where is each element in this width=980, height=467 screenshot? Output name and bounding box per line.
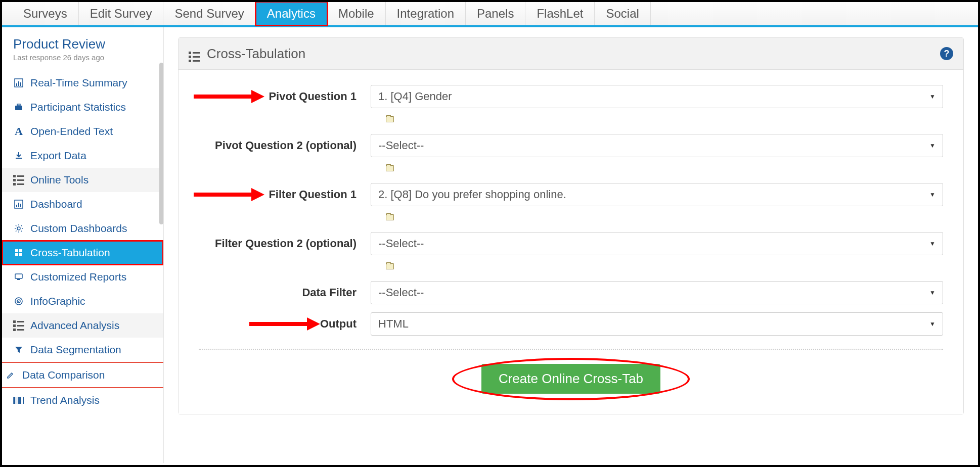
survey-title[interactable]: Product Review bbox=[2, 36, 163, 53]
tab-mobile[interactable]: Mobile bbox=[327, 2, 386, 25]
svg-rect-37 bbox=[23, 397, 24, 404]
select-data-filter[interactable]: --Select-- ▼ bbox=[371, 281, 943, 304]
select-filter-q2[interactable]: --Select-- ▼ bbox=[371, 232, 943, 255]
label-pivot-q2: Pivot Question 2 (optional) bbox=[199, 139, 371, 152]
sidebar-item-cross-tabulation[interactable]: Cross-Tabulation bbox=[2, 241, 163, 265]
cross-tab-panel: Cross-Tabulation ? Pivot Question 1 1. [… bbox=[178, 37, 964, 414]
panel-title: Cross-Tabulation bbox=[207, 46, 305, 62]
tab-send-survey[interactable]: Send Survey bbox=[163, 2, 255, 25]
chart-bar-icon bbox=[13, 199, 24, 210]
sidebar-item-label: Advanced Analysis bbox=[30, 319, 119, 332]
gear-icon bbox=[13, 223, 24, 234]
sidebar-item-label: Participant Statistics bbox=[30, 101, 126, 113]
select-pivot-q2[interactable]: --Select-- ▼ bbox=[371, 134, 943, 157]
svg-rect-20 bbox=[15, 249, 18, 252]
svg-rect-32 bbox=[17, 397, 17, 404]
survey-subtitle: Last response 26 days ago bbox=[2, 53, 163, 71]
sidebar: Product Review Last response 26 days ago… bbox=[2, 27, 164, 463]
sidebar-item-customized-reports[interactable]: Customized Reports bbox=[2, 265, 163, 289]
select-filter-q1[interactable]: 2. [Q8] Do you prefer shopping online. ▼ bbox=[371, 183, 943, 206]
select-value: --Select-- bbox=[378, 237, 424, 250]
select-value: --Select-- bbox=[378, 139, 424, 152]
sidebar-heading-online-tools[interactable]: Online Tools bbox=[2, 168, 163, 192]
tab-integration[interactable]: Integration bbox=[386, 2, 466, 25]
svg-rect-36 bbox=[22, 397, 22, 404]
svg-rect-22 bbox=[15, 253, 18, 256]
sidebar-item-label: Open-Ended Text bbox=[30, 125, 113, 137]
chevron-down-icon: ▼ bbox=[929, 320, 936, 328]
folder-icon[interactable] bbox=[386, 116, 394, 122]
sidebar-item-realtime-summary[interactable]: Real-Time Summary bbox=[2, 71, 163, 95]
select-value: HTML bbox=[378, 317, 409, 331]
chevron-down-icon: ▼ bbox=[929, 191, 936, 198]
list-icon bbox=[189, 45, 200, 62]
chevron-down-icon: ▼ bbox=[929, 240, 936, 247]
svg-rect-5 bbox=[17, 104, 20, 106]
sidebar-item-label: Data Segmentation bbox=[30, 344, 121, 356]
list-icon bbox=[13, 320, 24, 331]
tab-edit-survey[interactable]: Edit Survey bbox=[79, 2, 164, 25]
select-pivot-q1[interactable]: 1. [Q4] Gender ▼ bbox=[371, 85, 943, 108]
svg-rect-10 bbox=[20, 204, 21, 207]
sidebar-scrollbar[interactable] bbox=[159, 63, 163, 224]
label-filter-q1: Filter Question 1 bbox=[199, 188, 371, 201]
tab-flashlet[interactable]: FlashLet bbox=[525, 2, 595, 25]
sidebar-item-open-ended-text[interactable]: A Open-Ended Text bbox=[2, 119, 163, 144]
label-output: Output bbox=[199, 317, 371, 331]
svg-point-28 bbox=[18, 301, 19, 302]
select-value: --Select-- bbox=[378, 286, 424, 299]
grid-icon bbox=[13, 247, 24, 258]
select-value: 1. [Q4] Gender bbox=[378, 90, 452, 103]
svg-line-16 bbox=[16, 225, 17, 226]
sidebar-heading-advanced-analysis[interactable]: Advanced Analysis bbox=[2, 313, 163, 338]
svg-rect-9 bbox=[18, 203, 19, 207]
sidebar-item-data-comparison[interactable]: Data Comparison bbox=[2, 362, 163, 387]
svg-rect-29 bbox=[13, 397, 14, 404]
create-cross-tab-button[interactable]: Create Online Cross-Tab bbox=[481, 364, 660, 394]
briefcase-icon bbox=[13, 102, 24, 113]
folder-icon[interactable] bbox=[386, 165, 394, 171]
funnel-icon bbox=[13, 344, 24, 355]
svg-rect-23 bbox=[19, 253, 22, 256]
tab-analytics[interactable]: Analytics bbox=[256, 2, 327, 25]
sidebar-item-data-segmentation[interactable]: Data Segmentation bbox=[2, 338, 163, 362]
sidebar-item-label: Customized Reports bbox=[30, 271, 126, 283]
help-button[interactable]: ? bbox=[940, 47, 953, 60]
barcode-icon bbox=[13, 395, 24, 406]
divider bbox=[199, 349, 943, 350]
sidebar-item-custom-dashboards[interactable]: Custom Dashboards bbox=[2, 216, 163, 241]
svg-rect-6 bbox=[16, 158, 22, 159]
label-filter-q2: Filter Question 2 (optional) bbox=[199, 237, 371, 250]
sidebar-item-infographic[interactable]: InfoGraphic bbox=[2, 289, 163, 313]
chevron-down-icon: ▼ bbox=[929, 289, 936, 296]
chevron-down-icon: ▼ bbox=[929, 93, 936, 100]
folder-icon[interactable] bbox=[386, 214, 394, 220]
select-output[interactable]: HTML ▼ bbox=[371, 312, 943, 336]
monitor-icon bbox=[13, 271, 24, 283]
svg-rect-1 bbox=[16, 83, 17, 86]
tab-panels[interactable]: Panels bbox=[466, 2, 525, 25]
sidebar-item-export-data[interactable]: Export Data bbox=[2, 144, 163, 168]
folder-icon[interactable] bbox=[386, 263, 394, 269]
svg-rect-34 bbox=[19, 397, 20, 404]
tab-social[interactable]: Social bbox=[595, 2, 650, 25]
tab-surveys[interactable]: Surveys bbox=[12, 2, 79, 25]
svg-rect-33 bbox=[18, 397, 19, 404]
sidebar-item-dashboard[interactable]: Dashboard bbox=[2, 192, 163, 216]
svg-line-18 bbox=[16, 231, 17, 232]
sidebar-item-label: Online Tools bbox=[30, 174, 88, 186]
sidebar-item-label: Data Comparison bbox=[22, 369, 105, 381]
svg-rect-21 bbox=[19, 249, 22, 252]
svg-rect-35 bbox=[20, 397, 21, 404]
chevron-down-icon: ▼ bbox=[929, 142, 936, 149]
svg-rect-25 bbox=[17, 279, 20, 280]
sidebar-item-participant-stats[interactable]: Participant Statistics bbox=[2, 95, 163, 119]
sidebar-item-trend-analysis[interactable]: Trend Analysis bbox=[2, 387, 163, 412]
sidebar-item-label: Cross-Tabulation bbox=[30, 247, 110, 259]
main-content: Cross-Tabulation ? Pivot Question 1 1. [… bbox=[164, 27, 978, 463]
svg-rect-8 bbox=[16, 205, 17, 207]
target-icon bbox=[13, 296, 24, 307]
panel-header: Cross-Tabulation ? bbox=[179, 38, 963, 70]
edit-icon bbox=[5, 369, 16, 381]
label-data-filter: Data Filter bbox=[199, 286, 371, 299]
